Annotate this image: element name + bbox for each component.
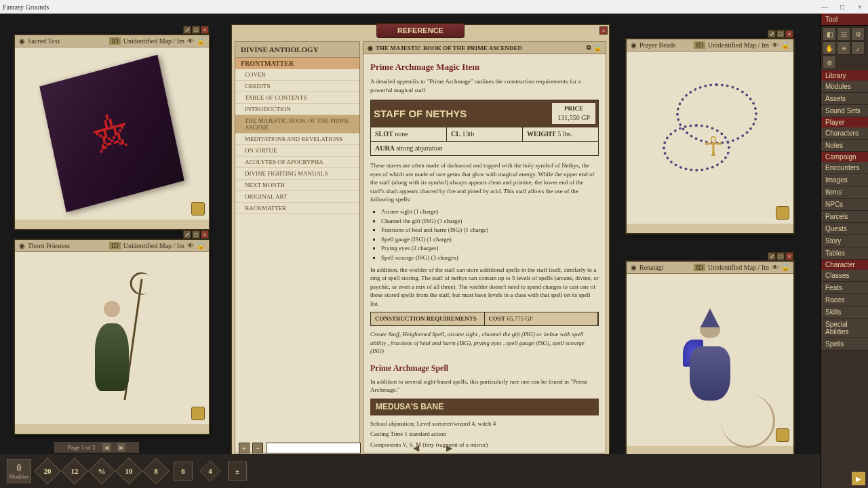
link-icon[interactable]: ◉ — [631, 41, 637, 49]
expand-button[interactable]: ⤢ — [768, 252, 776, 260]
lock-icon[interactable]: 🔒 — [593, 44, 601, 52]
search-input[interactable] — [266, 443, 361, 453]
reference-tab: REFERENCE — [376, 23, 465, 38]
sidebar-item-spells[interactable]: Spells — [821, 338, 868, 350]
share-icon[interactable] — [776, 206, 789, 220]
maximize-button[interactable]: □ — [837, 3, 848, 11]
close-button[interactable]: × — [785, 252, 793, 260]
lock-icon[interactable]: 🔒 — [197, 242, 205, 249]
id-badge: ID — [109, 242, 121, 249]
sidebar-item-special[interactable]: Special Abilities — [821, 319, 868, 338]
sidebar-item-feats[interactable]: Feats — [821, 282, 868, 294]
share-icon[interactable] — [191, 407, 205, 420]
sidebar-item-races[interactable]: Races — [821, 294, 868, 306]
minimize-button[interactable]: □ — [192, 230, 200, 239]
expand-button[interactable]: ⤢ — [183, 26, 191, 34]
die-d100[interactable]: % — [91, 460, 113, 482]
color-icon[interactable]: ◧ — [823, 27, 836, 41]
popout-icon[interactable]: ⧉ — [587, 44, 591, 52]
expand-button[interactable]: ⤢ — [768, 30, 776, 38]
hand-icon[interactable]: ✋ — [823, 41, 836, 55]
sidebar-item-parcels[interactable]: Parcels — [821, 211, 868, 223]
sidebar-item-soundsets[interactable]: Sound Sets — [821, 105, 868, 117]
image-viewport[interactable] — [627, 274, 793, 446]
window-title: Prayer Beads — [639, 41, 675, 49]
sidebar-item-modules[interactable]: Modules — [821, 81, 868, 93]
zoom-out-button[interactable]: − — [252, 443, 263, 453]
light-icon[interactable]: ☀ — [837, 41, 850, 55]
toc-virtue[interactable]: ON VIRTUE — [235, 145, 359, 157]
close-button[interactable]: × — [201, 230, 209, 239]
toc-credits[interactable]: CREDITS — [235, 81, 359, 92]
expand-button[interactable]: ⤢ — [183, 230, 191, 239]
die-d12[interactable]: 12 — [64, 460, 85, 482]
sidebar-item-skills[interactable]: Skills — [821, 306, 868, 319]
sidebar-item-npcs[interactable]: NPCs — [821, 199, 868, 211]
link-icon[interactable]: ◉ — [19, 37, 25, 45]
toc-meditations[interactable]: MEDITATIONS AND REVELATIONS — [235, 134, 359, 145]
lock-icon[interactable]: 🔒 — [781, 41, 789, 49]
lock-icon[interactable]: 🔒 — [197, 37, 205, 45]
lock-icon[interactable]: 🔒 — [781, 264, 789, 271]
toc-art[interactable]: ORIGINAL ART — [235, 191, 359, 203]
sidebar-item-characters[interactable]: Characters — [821, 127, 868, 140]
play-button[interactable]: ▶ — [852, 472, 865, 485]
view-icon[interactable]: 👁 — [187, 37, 194, 45]
toc-cover[interactable]: COVER — [235, 69, 359, 81]
prev-page-button[interactable]: ◀ — [413, 443, 419, 453]
close-button[interactable]: × — [854, 3, 865, 11]
page-prev[interactable]: ◀ — [102, 443, 111, 451]
modifier-box[interactable]: 0 Modifier — [7, 459, 31, 483]
toc-manuals[interactable]: DIVINE FIGHTING MANUALS — [235, 168, 359, 180]
sidebar-item-quests[interactable]: Quests — [821, 223, 868, 235]
sidebar-item-items[interactable]: Items — [821, 186, 868, 199]
page-next[interactable]: ▶ — [117, 443, 125, 451]
share-icon[interactable] — [776, 428, 789, 442]
calendar-icon[interactable]: ☷ — [837, 27, 850, 41]
sidebar-item-notes[interactable]: Notes — [821, 140, 868, 152]
sidebar-item-tables[interactable]: Tables — [821, 247, 868, 260]
toc-acolytes[interactable]: ACOLYTES OF APOCRYPHA — [235, 157, 359, 168]
minimize-button[interactable]: □ — [776, 252, 785, 260]
toc-backmatter[interactable]: BACKMATTER — [235, 203, 359, 214]
link-icon[interactable]: ◉ — [19, 242, 25, 249]
toc-introduction[interactable]: INTRODUCTION — [235, 104, 359, 115]
view-icon[interactable]: 👁 — [772, 41, 778, 49]
view-icon[interactable]: 👁 — [772, 264, 778, 271]
close-button[interactable]: × — [599, 26, 608, 35]
zoom-in-button[interactable]: + — [239, 443, 250, 453]
minimize-button[interactable]: □ — [192, 26, 200, 34]
zoom-controls: + − — [239, 443, 361, 453]
sidebar-item-classes[interactable]: Classes — [821, 270, 868, 282]
sidebar-item-encounters[interactable]: Encounters — [821, 162, 868, 174]
die-d10[interactable]: 10 — [118, 460, 140, 482]
image-viewport[interactable] — [15, 252, 209, 424]
minimize-button[interactable]: □ — [776, 30, 785, 38]
die-d20[interactable]: 20 — [37, 460, 58, 482]
image-viewport[interactable]: ☥ — [627, 52, 793, 224]
share-icon[interactable] — [191, 202, 205, 216]
sidebar-item-story[interactable]: Story — [821, 235, 868, 247]
link-icon[interactable]: ◉ — [368, 45, 373, 52]
close-button[interactable]: × — [201, 26, 209, 34]
page-nav: ◀ ▶ — [413, 443, 452, 453]
toc-frontmatter[interactable]: FRONTMATTER — [235, 58, 359, 69]
die-fudge[interactable]: ± — [226, 460, 248, 482]
sidebar-item-images[interactable]: Images — [821, 174, 868, 186]
minimize-button[interactable]: — — [819, 3, 830, 11]
music-icon[interactable]: ♪ — [851, 41, 865, 55]
options-icon[interactable]: ⚙ — [851, 27, 865, 41]
globe-icon[interactable]: ⊕ — [823, 56, 836, 69]
die-d6[interactable]: 6 — [172, 460, 194, 482]
toc-contents[interactable]: TABLE OF CONTENTS — [235, 92, 359, 104]
die-d8[interactable]: 8 — [145, 460, 167, 482]
image-viewport[interactable]: ⛤ — [15, 47, 209, 220]
sidebar-item-assets[interactable]: Assets — [821, 93, 868, 105]
next-page-button[interactable]: ▶ — [446, 443, 452, 453]
toc-majestic[interactable]: THE MAJESTIC BOOK OF THE PRIME ASCENE — [235, 115, 359, 134]
toc-nextmonth[interactable]: NEXT MONTH — [235, 180, 359, 191]
close-button[interactable]: × — [785, 30, 793, 38]
view-icon[interactable]: 👁 — [187, 242, 194, 249]
die-d4[interactable]: 4 — [199, 460, 221, 482]
link-icon[interactable]: ◉ — [631, 264, 637, 271]
